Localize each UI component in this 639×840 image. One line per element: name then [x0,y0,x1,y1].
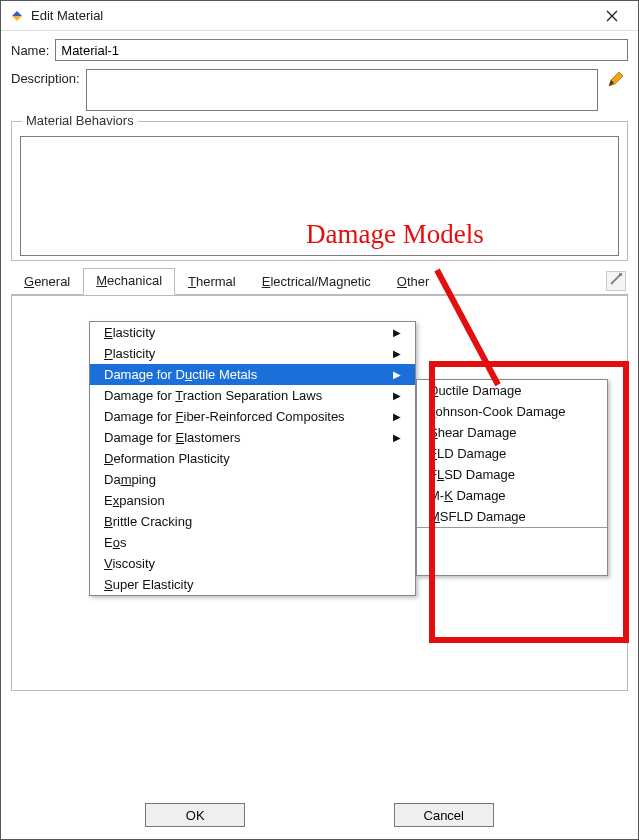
chevron-right-icon: ▶ [393,390,401,401]
titlebar: Edit Material [1,1,638,31]
edit-description-button[interactable] [604,69,628,93]
delete-behavior-button[interactable] [606,271,626,291]
delete-icon [610,273,622,288]
material-behaviors-section: Material Behaviors [11,121,628,261]
app-icon [9,8,25,24]
cancel-button[interactable]: Cancel [394,803,494,827]
damage-ductile-submenu: Ductile Damage Johnson-Cook Damage Shear… [416,379,608,576]
behavior-category-tabs: General Mechanical Thermal Electrical/Ma… [11,267,628,295]
menu-damage-ductile-metals[interactable]: Damage for Ductile Metals▶ [90,364,415,385]
menu-viscosity[interactable]: Viscosity [90,553,415,574]
mechanical-menu: Elasticity▶ Plasticity▶ Damage for Ducti… [89,321,416,596]
tab-other[interactable]: Other [384,269,443,295]
tab-electrical[interactable]: Electrical/Magnetic [249,269,384,295]
submenu-shear-damage[interactable]: Shear Damage [417,422,607,443]
menu-damage-elastomers[interactable]: Damage for Elastomers▶ [90,427,415,448]
submenu-johnson-cook-damage[interactable]: Johnson-Cook Damage [417,401,607,422]
dialog-button-bar: OK Cancel [1,803,638,827]
submenu-flsd-damage[interactable]: FLSD Damage [417,464,607,485]
edit-material-dialog: Edit Material Name: Description: [0,0,639,840]
name-input[interactable] [55,39,628,61]
material-behaviors-legend: Material Behaviors [22,113,138,128]
menu-damping[interactable]: Damping [90,469,415,490]
submenu-mk-damage[interactable]: M-K Damage [417,485,607,506]
menu-brittle-cracking[interactable]: Brittle Cracking [90,511,415,532]
description-input[interactable] [86,69,598,111]
chevron-right-icon: ▶ [393,369,401,380]
menu-eos[interactable]: Eos [90,532,415,553]
menu-damage-fiber[interactable]: Damage for Fiber-Reinforced Composites▶ [90,406,415,427]
submenu-ductile-damage[interactable]: Ductile Damage [417,380,607,401]
window-title: Edit Material [31,8,103,23]
tab-general[interactable]: General [11,269,83,295]
menu-expansion[interactable]: Expansion [90,490,415,511]
tab-mechanical[interactable]: Mechanical [83,268,175,295]
menu-elasticity[interactable]: Elasticity▶ [90,322,415,343]
menu-damage-traction[interactable]: Damage for Traction Separation Laws▶ [90,385,415,406]
description-label: Description: [11,69,80,86]
submenu-fld-damage[interactable]: FLD Damage [417,443,607,464]
name-label: Name: [11,43,49,58]
chevron-right-icon: ▶ [393,411,401,422]
menu-plasticity[interactable]: Plasticity▶ [90,343,415,364]
submenu-empty-area [417,527,607,573]
menu-super-elasticity[interactable]: Super Elasticity [90,574,415,595]
pencil-icon [607,71,625,92]
close-button[interactable] [592,2,632,30]
ok-button[interactable]: OK [145,803,245,827]
chevron-right-icon: ▶ [393,432,401,443]
material-behaviors-list[interactable] [20,136,619,256]
tab-thermal[interactable]: Thermal [175,269,249,295]
chevron-right-icon: ▶ [393,348,401,359]
submenu-msfld-damage[interactable]: MSFLD Damage [417,506,607,527]
chevron-right-icon: ▶ [393,327,401,338]
menu-deformation-plasticity[interactable]: Deformation Plasticity [90,448,415,469]
